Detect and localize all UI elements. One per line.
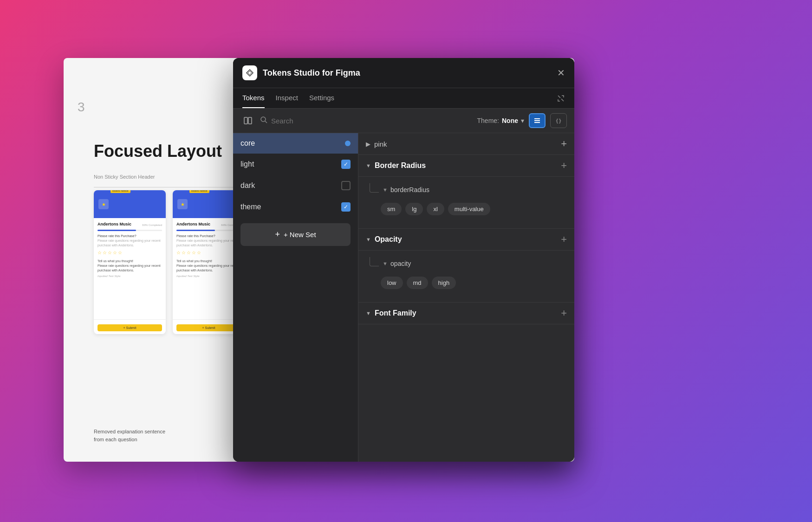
chip-sm[interactable]: sm: [381, 203, 402, 215]
opacity-header: ▼ Opacity +: [358, 229, 574, 251]
stars-1: ☆☆☆☆☆: [97, 250, 162, 255]
token-set-light-label: light: [240, 160, 337, 168]
border-radius-title: ▼ Border Radius: [366, 161, 557, 170]
opacity-triangle: ▼: [366, 237, 371, 242]
canvas-title: Focused Layout: [94, 142, 222, 161]
border-radius-add-button[interactable]: +: [561, 160, 567, 172]
badge-1: Board Notice: [110, 190, 130, 193]
opacity-title: ▼ Opacity: [366, 235, 557, 244]
new-set-button[interactable]: + + New Set: [240, 223, 351, 246]
pink-add-button[interactable]: +: [561, 138, 567, 150]
new-set-label: + New Set: [284, 231, 316, 238]
panel-body: core light ✓ dark theme ✓ + + New Set: [233, 133, 574, 462]
font-family-section: ▼ Font Family +: [358, 303, 574, 324]
toolbar: Theme: None ▾ {}: [233, 109, 574, 133]
list-view-button[interactable]: [529, 113, 546, 128]
json-view-button[interactable]: {}: [550, 113, 567, 128]
opacity-sub-title: ▼ opacity: [383, 260, 411, 267]
token-set-core-label: core: [240, 139, 340, 148]
card-1-body: Andertons Music 60% Completed Please rat…: [94, 218, 166, 319]
border-radius-header: ▼ Border Radius +: [358, 155, 574, 177]
panel-header: Tokens Studio for Figma ✕: [233, 58, 574, 88]
theme-dropdown-icon[interactable]: ▾: [521, 117, 524, 124]
card-1-header: ★ Board Notice: [94, 190, 166, 218]
panel-logo: [242, 65, 257, 80]
submit-btn-1[interactable]: + Submit: [97, 324, 162, 331]
chip-high[interactable]: high: [432, 277, 456, 289]
opacity-section: ▼ Opacity + ▼ opacity: [358, 229, 574, 303]
card-1: ★ Board Notice Andertons Music 60% Compl…: [94, 190, 166, 334]
tab-settings[interactable]: Settings: [309, 88, 334, 108]
token-set-dark[interactable]: dark: [233, 175, 358, 196]
font-family-title: ▼ Font Family: [366, 309, 557, 317]
token-set-core[interactable]: core: [233, 133, 358, 154]
border-radius-chips: sm lg xl multi-value: [366, 199, 567, 221]
chip-md[interactable]: md: [407, 277, 428, 289]
theme-selector: Theme: None ▾: [477, 117, 524, 124]
search-container: [260, 116, 473, 125]
search-icon: [260, 116, 267, 125]
border-radius-sub-header: ▼ borderRadius: [366, 180, 567, 199]
token-set-dark-label: dark: [240, 181, 337, 190]
dark-checkbox[interactable]: [341, 181, 351, 190]
token-set-light[interactable]: light ✓: [233, 154, 358, 175]
card-footer-1: + Submit: [94, 319, 166, 334]
chip-low[interactable]: low: [381, 277, 403, 289]
token-set-theme[interactable]: theme ✓: [233, 196, 358, 218]
token-set-theme-label: theme: [240, 203, 337, 211]
border-radius-subsection: ▼ borderRadius sm lg xl multi-value: [358, 177, 574, 223]
nav-tabs: Tokens Inspect Settings: [233, 88, 574, 109]
theme-checkbox[interactable]: ✓: [341, 202, 351, 212]
opacity-add-button[interactable]: +: [561, 233, 567, 245]
badge-2: Board Notice: [189, 190, 209, 193]
non-sticky-label: Non Sticky Section Header: [94, 174, 155, 180]
tokens-panel: Tokens Studio for Figma ✕ Tokens Inspect…: [233, 58, 574, 462]
tab-tokens[interactable]: Tokens: [242, 88, 265, 108]
light-checkbox[interactable]: ✓: [341, 160, 351, 169]
svg-point-2: [261, 117, 266, 122]
font-family-add-button[interactable]: +: [561, 307, 567, 319]
opacity-chips: low md high: [366, 273, 567, 295]
opacity-sub-header: ▼ opacity: [366, 254, 567, 273]
pink-section: ▶ pink +: [358, 133, 574, 155]
border-radius-section: ▼ Border Radius + ▼ borderRadius: [358, 155, 574, 229]
canvas-number: 3: [78, 100, 85, 115]
card-text-1: Tell us what you thought!Please rate que…: [97, 259, 162, 272]
theme-value: None: [502, 117, 518, 124]
pink-label: pink: [374, 140, 557, 148]
json-icon: {}: [555, 118, 561, 124]
font-family-triangle: ▼: [366, 310, 371, 316]
svg-rect-1: [248, 117, 252, 124]
bottom-left-text: Removed explanation sentencefrom each qu…: [94, 428, 165, 443]
expand-icon[interactable]: [557, 88, 565, 108]
token-values-panel[interactable]: ▶ pink + ▼ Border Radius +: [358, 133, 574, 462]
font-family-header: ▼ Font Family +: [358, 303, 574, 324]
svg-line-3: [265, 121, 267, 123]
opacity-subsection: ▼ opacity low md high: [358, 251, 574, 296]
token-sets-panel: core light ✓ dark theme ✓ + + New Set: [233, 133, 358, 462]
question-1: Please rate this Purchase?Please rate qu…: [97, 234, 162, 247]
chip-xl[interactable]: xl: [427, 203, 444, 215]
search-input[interactable]: [271, 117, 473, 125]
border-radius-triangle: ▼: [366, 163, 371, 168]
new-set-icon: +: [275, 230, 280, 239]
tab-inspect[interactable]: Inspect: [276, 88, 298, 108]
chip-lg[interactable]: lg: [405, 203, 423, 215]
border-radius-sub-title: ▼ borderRadius: [383, 186, 429, 193]
layers-toggle-button[interactable]: [240, 113, 255, 128]
theme-label: Theme:: [477, 117, 499, 124]
panel-close-button[interactable]: ✕: [557, 67, 565, 78]
submit-btn-2[interactable]: + Submit: [176, 324, 241, 331]
pink-triangle: ▶: [366, 141, 370, 148]
chip-multi-value[interactable]: multi-value: [448, 203, 490, 215]
panel-title: Tokens Studio for Figma: [263, 68, 552, 78]
company-1: Andertons Music: [97, 222, 131, 226]
core-dot-indicator: [345, 141, 351, 146]
svg-rect-0: [244, 117, 247, 124]
